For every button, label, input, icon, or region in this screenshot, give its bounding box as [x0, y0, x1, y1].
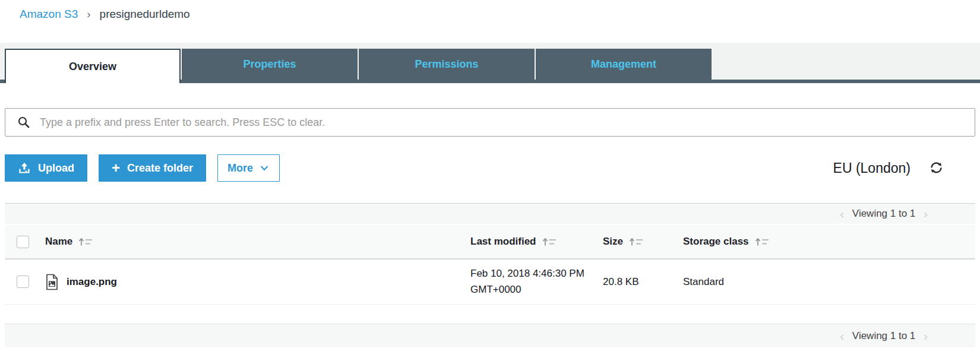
- breadcrumb-link-amazon-s3[interactable]: Amazon S3: [20, 8, 78, 21]
- file-image-icon: [45, 274, 59, 290]
- tab-overview[interactable]: Overview: [5, 49, 181, 83]
- create-folder-button-label: Create folder: [127, 162, 193, 175]
- column-header-last-modified: Last modified: [466, 234, 598, 249]
- row-select-cell: [5, 276, 42, 288]
- row-checkbox[interactable]: [17, 276, 29, 288]
- row-name-cell: image.png: [42, 274, 466, 290]
- plus-icon: +: [112, 161, 120, 175]
- storage-class-value: Standard: [683, 276, 724, 287]
- column-last-modified-label: Last modified: [470, 234, 536, 249]
- breadcrumb: Amazon S3 › presignedurldemo: [0, 0, 980, 27]
- sort-last-modified-icon[interactable]: [542, 237, 557, 247]
- page-next-icon[interactable]: ›: [924, 208, 928, 220]
- tab-overview-label: Overview: [69, 61, 116, 73]
- sort-name-icon[interactable]: [78, 237, 93, 247]
- chevron-down-icon: [259, 163, 270, 173]
- upload-button[interactable]: Upload: [5, 154, 87, 182]
- search-box[interactable]: [5, 108, 975, 137]
- tab-properties[interactable]: Properties: [182, 49, 358, 80]
- row-size-cell: 20.8 KB: [598, 276, 678, 288]
- page-next-icon[interactable]: ›: [924, 330, 928, 342]
- sort-size-icon[interactable]: [628, 237, 644, 247]
- region-label: EU (London): [833, 160, 911, 176]
- more-button[interactable]: More: [217, 154, 280, 182]
- pagination-bar-top: ‹ Viewing 1 to 1 ›: [5, 203, 975, 224]
- more-button-label: More: [227, 162, 253, 175]
- tab-management[interactable]: Management: [536, 49, 712, 80]
- column-storage-class-label: Storage class: [683, 236, 749, 248]
- search-row: [5, 108, 975, 137]
- toolbar-right: EU (London): [833, 160, 975, 176]
- upload-icon: [18, 162, 31, 175]
- size-value: 20.8 KB: [603, 276, 639, 287]
- page-prev-icon[interactable]: ‹: [840, 208, 844, 220]
- tab-permissions[interactable]: Permissions: [359, 49, 535, 80]
- toolbar: Upload + Create folder More EU (London): [5, 154, 975, 182]
- page-prev-icon[interactable]: ‹: [840, 330, 844, 342]
- column-header-storage-class: Storage class: [678, 236, 975, 248]
- table-header-row: Name Last modified Size: [5, 225, 975, 259]
- create-folder-button[interactable]: + Create folder: [99, 154, 206, 182]
- viewing-range-label: Viewing 1 to 1: [852, 208, 915, 220]
- tab-properties-label: Properties: [243, 58, 296, 71]
- refresh-icon[interactable]: [928, 160, 944, 176]
- select-all-cell: [5, 236, 42, 248]
- breadcrumb-current-bucket: presignedurldemo: [100, 8, 190, 21]
- column-size-label: Size: [603, 236, 623, 248]
- breadcrumb-separator-icon: ›: [87, 8, 90, 21]
- pagination-bar-bottom: ‹ Viewing 1 to 1 ›: [5, 324, 975, 347]
- tab-permissions-label: Permissions: [415, 58, 478, 71]
- table-row: image.png Feb 10, 2018 4:46:30 PM GMT+00…: [5, 259, 975, 305]
- column-header-name: Name: [42, 236, 466, 248]
- sort-storage-class-icon[interactable]: [754, 237, 770, 247]
- viewing-range-label: Viewing 1 to 1: [852, 330, 915, 342]
- row-storage-class-cell: Standard: [678, 276, 975, 288]
- column-header-size: Size: [598, 236, 678, 248]
- row-last-modified-cell: Feb 10, 2018 4:46:30 PM GMT+0000: [466, 266, 598, 297]
- column-name-label: Name: [45, 236, 72, 248]
- search-icon: [17, 116, 30, 129]
- last-modified-value: Feb 10, 2018 4:46:30 PM GMT+0000: [470, 268, 584, 294]
- object-name-link[interactable]: image.png: [67, 276, 117, 288]
- upload-button-label: Upload: [38, 162, 74, 175]
- search-input[interactable]: [40, 116, 966, 129]
- tab-bar: Overview Properties Permissions Manageme…: [0, 43, 980, 83]
- select-all-checkbox[interactable]: [17, 236, 29, 248]
- tab-management-label: Management: [591, 58, 656, 71]
